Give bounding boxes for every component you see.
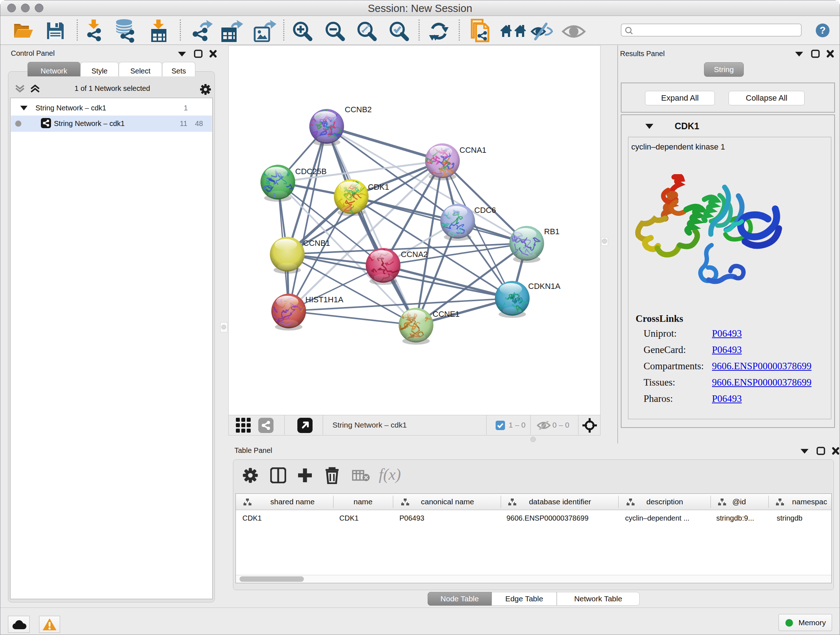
svg-text:CCNB2: CCNB2 [345, 105, 372, 114]
svg-text:CCNE1: CCNE1 [433, 310, 460, 318]
svg-text:CDC6: CDC6 [474, 206, 496, 215]
svg-text:CDC25B: CDC25B [295, 167, 327, 176]
svg-text:RB1: RB1 [544, 227, 560, 236]
svg-text:HIST1H1A: HIST1H1A [305, 295, 343, 304]
svg-text:CCNA2: CCNA2 [401, 250, 428, 259]
svg-text:f(x): f(x) [379, 467, 401, 483]
svg-text:CDKN1A: CDKN1A [528, 282, 561, 291]
svg-text:CCNA1: CCNA1 [459, 146, 486, 155]
svg-text:?: ? [820, 25, 826, 36]
svg-text:CCNB1: CCNB1 [303, 239, 330, 248]
svg-text:CDK1: CDK1 [368, 182, 389, 192]
